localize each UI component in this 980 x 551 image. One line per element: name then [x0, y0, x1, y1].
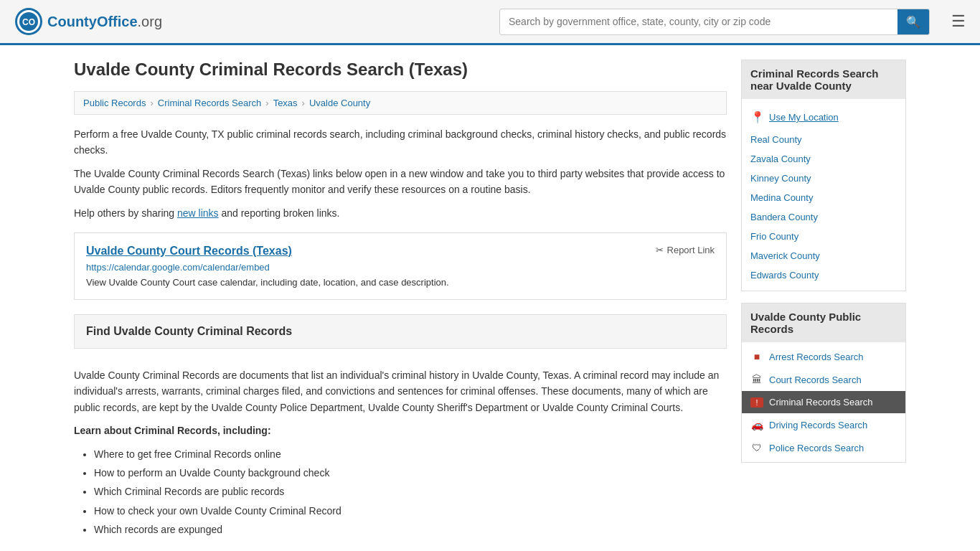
learn-item-2: Which Criminal Records are public record… [94, 484, 727, 499]
breadcrumb-public-records[interactable]: Public Records [83, 98, 146, 108]
sidebar-nearby-item-0[interactable]: Real County [742, 130, 905, 149]
police-records-link[interactable]: Police Records Search [769, 443, 864, 453]
description-para2: The Uvalde County Criminal Records Searc… [74, 166, 727, 198]
svg-text:CO: CO [22, 17, 35, 27]
sidebar-nearby-header: Criminal Records Search near Uvalde Coun… [742, 60, 905, 99]
find-section-title: Find Uvalde County Criminal Records [86, 325, 715, 338]
square-icon: ■ [750, 351, 763, 362]
record-link-url: https://calendar.google.com/calendar/emb… [86, 262, 715, 273]
record-link-description: View Uvalde County Court case calendar, … [86, 277, 715, 288]
sidebar-nearby-item-5[interactable]: Frio County [742, 227, 905, 246]
sidebar-nearby-item-1[interactable]: Zavala County [742, 149, 905, 169]
menu-icon[interactable]: ☰ [951, 12, 966, 31]
criminal-records-link[interactable]: Criminal Records Search [769, 397, 873, 408]
search-input[interactable] [500, 10, 897, 33]
learn-item-0: Where to get free Criminal Records onlin… [94, 446, 727, 462]
sidebar-public-criminal[interactable]: ! Criminal Records Search [742, 391, 905, 413]
sidebar: Criminal Records Search near Uvalde Coun… [741, 60, 906, 547]
breadcrumb: Public Records › Criminal Records Search… [74, 91, 727, 115]
learn-item-3: How to check your own Uvalde County Crim… [94, 503, 727, 519]
new-links-link[interactable]: new links [177, 207, 219, 219]
find-section-body: Uvalde County Criminal Records are docum… [74, 360, 727, 548]
sidebar-public-list: ■ Arrest Records Search 🏛 Court Records … [742, 342, 905, 462]
use-location-link[interactable]: Use My Location [769, 112, 839, 123]
sidebar-public-police[interactable]: 🛡 Police Records Search [742, 436, 905, 459]
sidebar-public-section: Uvalde County Public Records ■ Arrest Re… [741, 303, 906, 463]
shield-icon: 🛡 [750, 442, 763, 453]
use-my-location[interactable]: 📍 Use My Location [742, 105, 905, 130]
court-records-link[interactable]: Court Records Search [769, 375, 862, 385]
sidebar-nearby-item-6[interactable]: Maverick County [742, 246, 905, 265]
sidebar-public-header: Uvalde County Public Records [742, 303, 905, 342]
sidebar-nearby-section: Criminal Records Search near Uvalde Coun… [741, 60, 906, 291]
breadcrumb-criminal-records-search[interactable]: Criminal Records Search [158, 98, 262, 108]
record-link-box: Uvalde County Court Records (Texas) ✂ Re… [74, 232, 727, 300]
breadcrumb-texas[interactable]: Texas [273, 98, 298, 108]
sidebar-nearby-item-2[interactable]: Kinney County [742, 169, 905, 188]
sidebar-public-arrest[interactable]: ■ Arrest Records Search [742, 345, 905, 368]
description-para1: Perform a free Uvalde County, TX public … [74, 126, 727, 159]
site-logo[interactable]: CO CountyOffice.org [14, 7, 162, 36]
search-button[interactable]: 🔍 [897, 9, 929, 34]
description-para3: Help others by sharing new links and rep… [74, 205, 727, 221]
breadcrumb-sep-2: › [265, 98, 268, 108]
description-section: Perform a free Uvalde County, TX public … [74, 126, 727, 221]
sidebar-nearby-item-3[interactable]: Medina County [742, 188, 905, 207]
logo-icon: CO [14, 7, 43, 36]
learn-item-1: How to perform an Uvalde County backgrou… [94, 465, 727, 481]
site-header: CO CountyOffice.org 🔍 ☰ [0, 0, 980, 45]
sidebar-public-driving[interactable]: 🚗 Driving Records Search [742, 413, 905, 436]
breadcrumb-uvalde-county[interactable]: Uvalde County [309, 98, 370, 108]
car-icon: 🚗 [750, 419, 763, 430]
learn-list: Where to get free Criminal Records onlin… [94, 446, 727, 538]
learn-title: Learn about Criminal Records, including: [74, 423, 727, 438]
record-link-title[interactable]: Uvalde County Court Records (Texas) [86, 245, 292, 258]
exclamation-icon: ! [750, 397, 763, 408]
sidebar-public-court[interactable]: 🏛 Court Records Search [742, 368, 905, 391]
main-container: Uvalde County Criminal Records Search (T… [60, 45, 920, 551]
report-link-button[interactable]: ✂ Report Link [656, 245, 715, 255]
breadcrumb-sep-3: › [302, 98, 305, 108]
search-bar: 🔍 [499, 9, 930, 35]
learn-item-4: Which records are expunged [94, 522, 727, 537]
report-icon: ✂ [656, 245, 664, 255]
logo-text: CountyOffice.org [47, 14, 162, 30]
page-title: Uvalde County Criminal Records Search (T… [74, 60, 727, 80]
find-section-header: Find Uvalde County Criminal Records [74, 314, 727, 349]
sidebar-nearby-list: 📍 Use My Location Real County Zavala Cou… [742, 99, 905, 291]
record-link-header: Uvalde County Court Records (Texas) ✂ Re… [86, 245, 715, 258]
driving-records-link[interactable]: Driving Records Search [769, 420, 867, 430]
find-body-text: Uvalde County Criminal Records are docum… [74, 367, 727, 415]
sidebar-nearby-item-4[interactable]: Bandera County [742, 207, 905, 227]
pin-icon: 📍 [750, 110, 765, 124]
arrest-records-link[interactable]: Arrest Records Search [769, 352, 864, 362]
breadcrumb-sep-1: › [150, 98, 153, 108]
building-icon: 🏛 [750, 374, 763, 385]
main-content: Uvalde County Criminal Records Search (T… [74, 60, 727, 547]
sidebar-nearby-item-7[interactable]: Edwards County [742, 265, 905, 285]
